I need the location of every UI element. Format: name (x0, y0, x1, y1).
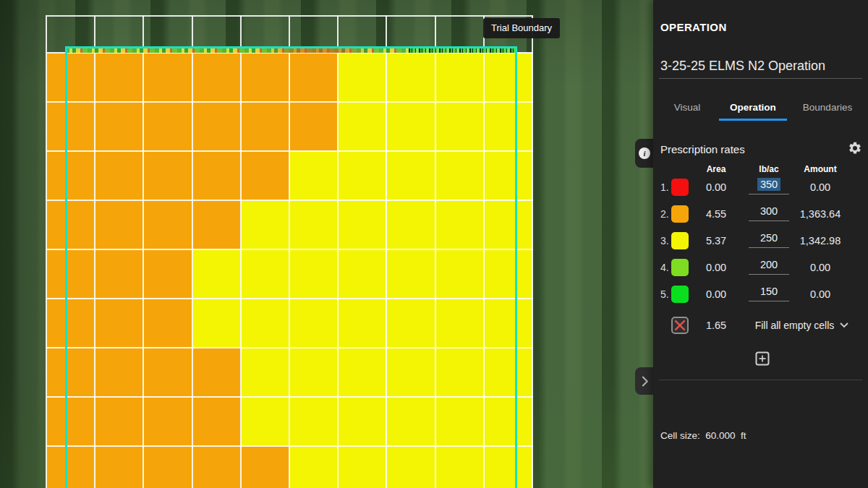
fill-empty-cells-dropdown[interactable]: Fill all empty cells (746, 320, 858, 331)
tab-boundaries[interactable]: Boundaries (799, 102, 856, 121)
rate-amount: 0.00 (793, 181, 848, 193)
settings-gear-icon[interactable] (848, 141, 862, 155)
rate-index: 5. (660, 288, 669, 300)
chevron-right-icon (642, 376, 648, 387)
column-header-amount: Amount (793, 164, 848, 174)
rate-input[interactable]: 300 (749, 205, 789, 221)
prescription-rates-title: Prescription rates (660, 143, 745, 155)
rate-area: 0.00 (691, 181, 741, 193)
operation-stats: Cell size: 60.000 ft Total area: 11.57 a… (660, 387, 770, 488)
rate-index: 3. (660, 235, 669, 247)
rate-row-5: 5. 0.00 150 0.00 (653, 281, 868, 307)
panel-collapse-handle[interactable] (635, 367, 654, 395)
rate-index: 2. (660, 208, 669, 220)
trial-boundary-outline[interactable] (65, 46, 517, 488)
excluded-area: 1.65 (691, 320, 741, 331)
operation-panel: OPERATION 3-25-25 ELMS N2 Operation Visu… (653, 0, 868, 488)
chevron-down-icon (840, 322, 848, 328)
app-screen: Trial Boundary i OPERATION 3-25-25 ELMS … (0, 0, 868, 488)
stats-divider (659, 380, 862, 380)
stat-total-area: Total area: 11.57 ac (660, 484, 770, 488)
tab-operation[interactable]: Operation (719, 102, 787, 121)
rate-input[interactable]: 150 (749, 285, 789, 301)
rate-index: 4. (660, 262, 669, 273)
rate-color-swatch[interactable] (671, 286, 689, 303)
rate-index: 1. (660, 181, 669, 193)
x-cross-icon (673, 318, 687, 333)
rate-area: 4.55 (691, 208, 741, 220)
rate-amount: 1,342.98 (793, 235, 848, 247)
rate-area: 0.00 (691, 288, 741, 300)
panel-tabs: Visual Operation Boundaries (665, 102, 856, 121)
trial-boundary-tooltip: Trial Boundary (483, 18, 560, 38)
title-divider (659, 78, 862, 79)
rate-color-swatch[interactable] (671, 259, 689, 276)
info-icon: i (639, 147, 650, 159)
rate-input[interactable]: 250 (749, 231, 789, 248)
rate-area: 0.00 (691, 262, 741, 273)
grid-line (46, 16, 47, 488)
rate-amount: 1,363.64 (793, 208, 848, 220)
fill-empty-cells-label: Fill all empty cells (755, 320, 835, 331)
stat-cell-size: Cell size: 60.000 ft (660, 426, 770, 445)
tab-visual[interactable]: Visual (665, 102, 709, 121)
rate-input[interactable]: 200 (749, 258, 789, 275)
grid-line (532, 16, 533, 488)
rate-amount: 0.00 (793, 262, 848, 273)
panel-header: OPERATION (660, 21, 727, 33)
column-header-rate: lb/ac (744, 164, 794, 174)
rate-row-3: 3. 5.37 250 1,342.98 (653, 227, 868, 254)
rate-input[interactable]: 350 (749, 178, 789, 194)
add-rate-button[interactable] (755, 351, 770, 366)
excluded-cells-row: 1.65 Fill all empty cells (653, 309, 868, 341)
rate-row-1: 1. 0.00 350 0.00 (653, 174, 868, 200)
rate-amount: 0.00 (793, 288, 848, 300)
excluded-cells-swatch[interactable] (671, 317, 689, 334)
rate-row-2: 2. 4.55 300 1,363.64 (653, 200, 868, 227)
rate-area: 5.37 (691, 235, 741, 247)
column-header-area: Area (691, 164, 741, 174)
rate-row-4: 4. 0.00 200 0.00 (653, 254, 868, 281)
info-tab[interactable]: i (635, 139, 654, 168)
rate-table-header: Area lb/ac Amount (653, 164, 868, 174)
rate-color-swatch[interactable] (671, 179, 689, 196)
rate-rows: 1. 0.00 350 0.00 2. 4.55 300 1,363.64 3.… (653, 174, 868, 341)
grid-line (46, 15, 533, 17)
rate-color-swatch[interactable] (671, 205, 689, 223)
rate-color-swatch[interactable] (671, 232, 689, 249)
operation-name: 3-25-25 ELMS N2 Operation (660, 59, 825, 74)
